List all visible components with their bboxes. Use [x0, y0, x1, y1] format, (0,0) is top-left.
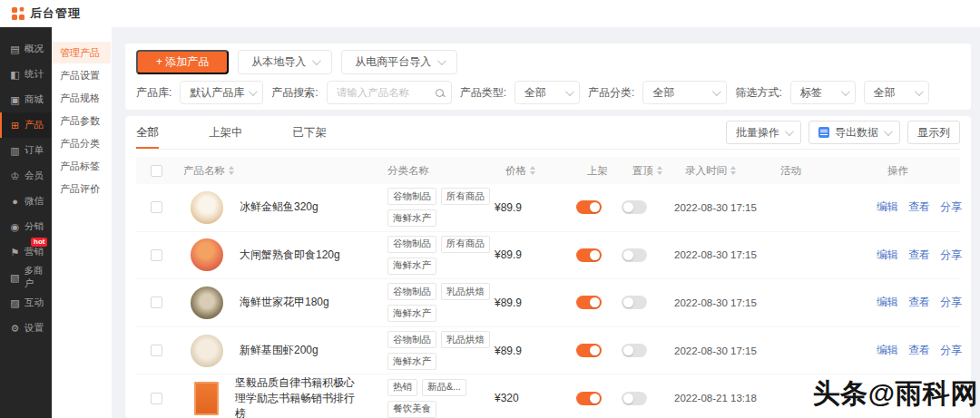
sort-icon[interactable] — [229, 166, 234, 175]
created-time-cell: 2022-08-30 17:15 — [674, 297, 769, 308]
library-select[interactable]: 默认产品库 — [180, 81, 263, 104]
sidebar-item-订单[interactable]: ▥订单 — [0, 138, 52, 163]
sidebar-item-设置[interactable]: ⚙设置 — [0, 316, 52, 341]
column-header-label: 上架 — [587, 164, 608, 178]
pinned-toggle[interactable] — [622, 392, 647, 405]
search-input[interactable] — [337, 87, 436, 98]
column-header-label: 产品名称 — [183, 164, 225, 178]
submenu-item-管理产品[interactable]: 管理产品 — [52, 42, 111, 63]
created-time-cell: 2022-08-30 17:15 — [674, 345, 769, 356]
category-tag: 海鲜水产 — [387, 258, 436, 275]
filter-mode-select[interactable]: 标签 — [790, 81, 856, 104]
action-link-分享[interactable]: 分享 — [940, 343, 962, 358]
tab-上架中[interactable]: 上架中 — [209, 116, 243, 149]
row-checkbox[interactable] — [151, 201, 162, 213]
action-link-查看[interactable]: 查看 — [908, 295, 930, 310]
row-checkbox[interactable] — [151, 296, 162, 308]
action-link-分享[interactable]: 分享 — [940, 295, 962, 310]
sidebar-item-多商户[interactable]: ▧多商户 — [0, 265, 52, 290]
sidebar-item-商城[interactable]: ▣商城 — [0, 87, 52, 112]
product-name: 冰鲜金鲳鱼320g — [240, 199, 362, 215]
sidebar-item-产品[interactable]: ⊞产品 — [0, 112, 52, 138]
on-sale-cell — [576, 344, 622, 357]
main-content: + 添加产品 从本地导入 从电商平台导入 产品库: 默认产品库 产品搜索: — [112, 27, 980, 418]
product-name: 大闸蟹熟食即食120g — [240, 248, 362, 263]
sidebar-item-label: 商城 — [24, 93, 44, 106]
pinned-toggle[interactable] — [622, 248, 647, 262]
sort-icon[interactable] — [657, 166, 662, 175]
sidebar-item-概况[interactable]: ▤概况 — [0, 36, 52, 62]
created-time-cell: 2022-08-30 17:15 — [674, 202, 769, 213]
toolbar: + 添加产品 从本地导入 从电商平台导入 — [136, 50, 960, 74]
pinned-cell — [622, 344, 674, 357]
import-ecommerce-button[interactable]: 从电商平台导入 — [341, 50, 457, 74]
pinned-toggle[interactable] — [622, 344, 647, 357]
on-sale-toggle[interactable] — [576, 344, 602, 357]
action-link-编辑[interactable]: 编辑 — [877, 199, 898, 215]
category-tag: 海鲜水产 — [387, 305, 436, 322]
submenu-item-产品评价[interactable]: 产品评价 — [52, 178, 111, 199]
sidebar-item-统计[interactable]: ◧统计 — [0, 62, 52, 87]
action-link-查看[interactable]: 查看 — [908, 199, 930, 215]
sort-icon[interactable] — [730, 166, 736, 175]
sort-icon[interactable] — [530, 166, 535, 175]
action-link-分享[interactable]: 分享 — [940, 248, 962, 263]
submenu-item-产品参数[interactable]: 产品参数 — [52, 110, 111, 131]
on-sale-toggle[interactable] — [576, 248, 602, 262]
library-select-value: 默认产品库 — [190, 85, 244, 101]
table-header: 产品名称分类名称价格上架置顶录入时间活动操作 — [136, 157, 960, 184]
sidebar-item-分销[interactable]: ◉分销 — [0, 214, 52, 239]
submenu-item-产品标签[interactable]: 产品标签 — [52, 155, 111, 177]
filter-mode-value: 标签 — [800, 85, 822, 101]
submenu-item-产品分类[interactable]: 产品分类 — [52, 132, 111, 154]
row-checkbox[interactable] — [151, 345, 162, 356]
column-header-录入时间: 录入时间 — [685, 164, 780, 178]
row-checkbox-cell — [136, 345, 176, 356]
price-cell: ¥89.9 — [495, 296, 576, 309]
sidebar-item-营销[interactable]: ⚑营销hot — [0, 239, 52, 265]
pinned-toggle[interactable] — [622, 200, 647, 214]
submenu-item-产品规格[interactable]: 产品规格 — [52, 87, 111, 109]
filter-tag-select[interactable]: 全部 — [864, 81, 929, 104]
action-link-编辑[interactable]: 编辑 — [877, 343, 898, 358]
table-row: 海鲜世家花甲180g谷物制品乳品烘焙海鲜水产¥89.92022-08-30 17… — [136, 279, 960, 327]
products-icon: ⊞ — [9, 120, 21, 131]
category-tags-cell: 谷物制品所有商品海鲜水产 — [387, 236, 495, 275]
category-select[interactable]: 全部 — [642, 81, 727, 104]
chevron-down-icon — [565, 87, 574, 96]
action-link-分享[interactable]: 分享 — [940, 199, 962, 215]
on-sale-toggle[interactable] — [576, 296, 602, 309]
pinned-toggle[interactable] — [622, 296, 647, 309]
sidebar-item-会员[interactable]: ♔会员 — [0, 163, 52, 189]
row-checkbox-cell — [136, 393, 176, 404]
on-sale-cell — [576, 296, 622, 309]
price-cell: ¥89.9 — [495, 345, 576, 357]
product-price: ¥89.9 — [495, 201, 522, 214]
submenu-item-产品设置[interactable]: 产品设置 — [52, 64, 111, 86]
type-select[interactable]: 全部 — [514, 81, 580, 104]
action-link-编辑[interactable]: 编辑 — [877, 295, 898, 310]
chevron-down-icon — [712, 87, 721, 96]
row-checkbox[interactable] — [151, 249, 162, 261]
chevron-down-icon — [437, 56, 446, 65]
product-price: ¥89.9 — [495, 345, 522, 357]
export-data-button[interactable]: 导出数据 — [808, 121, 900, 144]
search-icon[interactable] — [436, 89, 444, 97]
row-checkbox[interactable] — [151, 393, 162, 404]
table-row: 冰鲜金鲳鱼320g谷物制品所有商品海鲜水产¥89.92022-08-30 17:… — [136, 184, 960, 232]
on-sale-toggle[interactable] — [576, 392, 602, 405]
show-columns-button[interactable]: 显示列 — [907, 121, 960, 144]
tab-已下架[interactable]: 已下架 — [293, 116, 328, 149]
action-link-查看[interactable]: 查看 — [908, 343, 930, 358]
batch-actions-button[interactable]: 批量操作 — [726, 121, 801, 144]
tab-全部[interactable]: 全部 — [136, 116, 159, 149]
add-product-button[interactable]: + 添加产品 — [136, 50, 229, 74]
action-link-编辑[interactable]: 编辑 — [877, 248, 898, 263]
pinned-cell — [622, 392, 674, 405]
select-all-checkbox[interactable] — [151, 165, 162, 177]
sidebar-item-微信[interactable]: ●微信 — [0, 189, 52, 214]
sidebar-item-互动[interactable]: ▨互动 — [0, 290, 52, 316]
on-sale-toggle[interactable] — [576, 200, 602, 214]
action-link-查看[interactable]: 查看 — [908, 248, 930, 263]
import-local-button[interactable]: 从本地导入 — [238, 50, 332, 74]
